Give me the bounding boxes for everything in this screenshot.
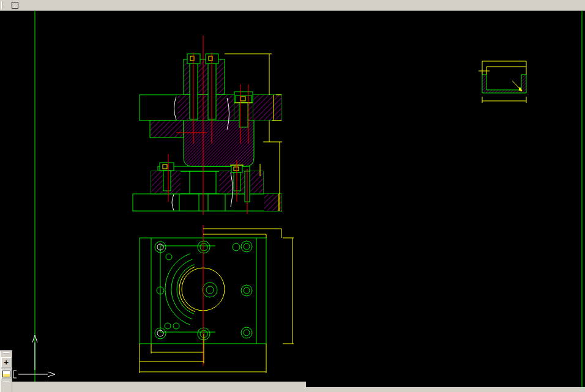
move-tool-button[interactable]: + [1, 357, 12, 368]
layout-tab-bar [0, 382, 306, 392]
layout-tool-button[interactable] [1, 369, 12, 379]
ucs-icon [13, 335, 55, 378]
layer-color-swatch[interactable] [12, 2, 18, 9]
application-window: { "window": {"app": "AutoCAD drawing edi… [0, 0, 585, 392]
base-plate [133, 194, 281, 211]
layout-icon [2, 371, 10, 377]
section-view [133, 54, 281, 211]
toolbar-grip[interactable] [1, 1, 5, 9]
main-toolbar [0, 0, 585, 11]
status-strip [306, 387, 585, 392]
drawing-canvas[interactable] [0, 0, 585, 392]
toolbar-grip[interactable] [3, 381, 9, 384]
left-step-block [150, 120, 184, 138]
detail-view [479, 61, 526, 103]
toolbar-grip[interactable] [3, 352, 9, 355]
floating-toolbar: + [0, 350, 12, 392]
layer-control[interactable] [10, 2, 21, 9]
